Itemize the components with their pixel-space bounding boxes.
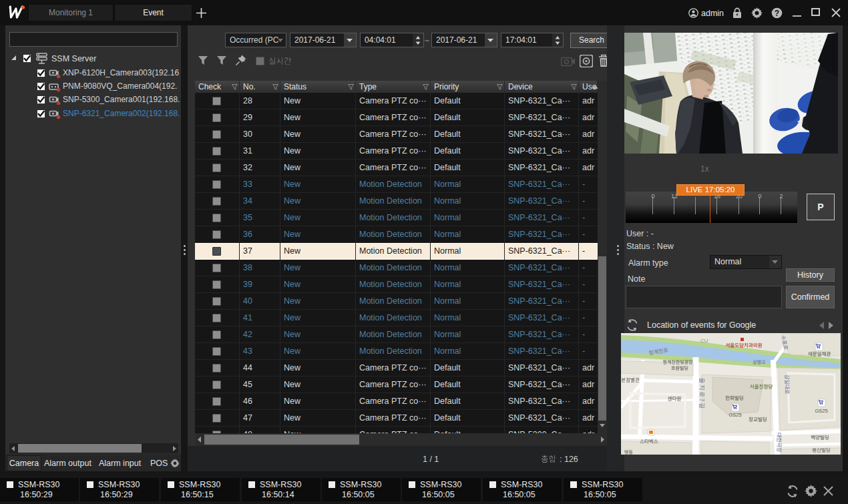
svg-text:GS25: GS25 xyxy=(728,412,741,418)
svg-text:GS25: GS25 xyxy=(815,408,827,414)
svg-text:?: ? xyxy=(775,9,779,18)
svg-text:CU: CU xyxy=(700,338,708,344)
